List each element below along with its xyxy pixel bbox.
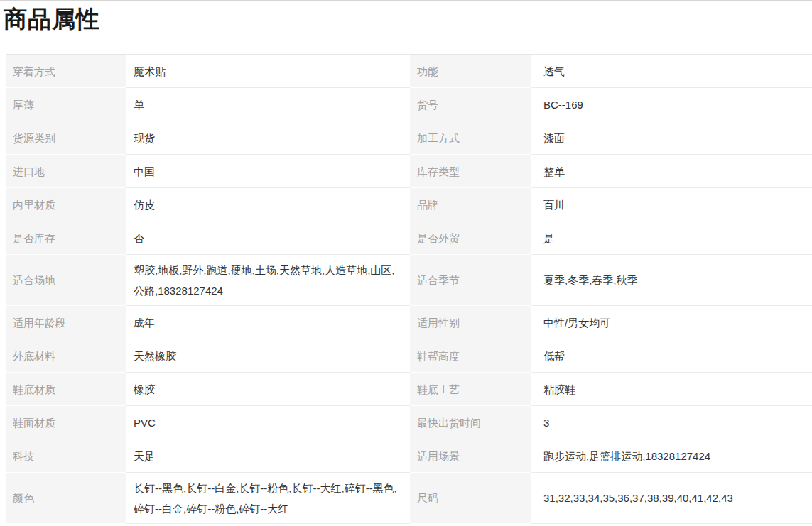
attr-value: 漆面 [531, 121, 812, 155]
attr-label: 最快出货时间 [410, 406, 531, 439]
attr-label: 尺码 [410, 473, 531, 524]
attr-label: 穿着方式 [6, 55, 126, 88]
attr-label: 适合季节 [410, 255, 531, 306]
attr-label: 加工方式 [410, 121, 531, 155]
attr-row: 适合场地塑胶,地板,野外,跑道,硬地,土场,天然草地,人造草地,山区,公路,18… [6, 255, 812, 306]
attr-row: 颜色长钉--黑色,长钉--白金,长钉--粉色,长钉--大红,碎钉--黑色,碎钉-… [6, 473, 812, 524]
attr-value: 橡胶 [126, 373, 410, 406]
attr-value: 中性/男女均可 [531, 306, 812, 339]
attr-row: 科技天足适用场景跑步运动,足篮排运动,18328127424 [6, 439, 812, 473]
attr-value: 跑步运动,足篮排运动,18328127424 [531, 439, 812, 473]
attr-value: 中国 [126, 155, 410, 188]
attr-value: 百川 [531, 188, 812, 221]
attr-label: 科技 [6, 439, 126, 473]
attr-value: PVC [126, 406, 410, 439]
attr-value: 长钉--黑色,长钉--白金,长钉--粉色,长钉--大红,碎钉--黑色,碎钉--白… [126, 473, 410, 524]
attr-label: 外底材料 [6, 339, 126, 373]
attr-row: 货源类别现货加工方式漆面 [6, 121, 812, 155]
attr-label: 鞋面材质 [6, 406, 126, 439]
attr-value: 夏季,冬季,春季,秋季 [531, 255, 812, 306]
attr-row: 鞋底材质橡胶鞋底工艺粘胶鞋 [6, 373, 812, 406]
attr-label: 适用场景 [410, 439, 531, 473]
attr-row: 进口地中国库存类型整单 [6, 155, 812, 188]
attr-row: 适用年龄段成年适用性别中性/男女均可 [6, 306, 812, 339]
attr-row: 内里材质仿皮品牌百川 [6, 188, 812, 221]
attr-label: 是否库存 [6, 221, 126, 255]
attr-value: 3 [531, 406, 812, 439]
attr-value: 粘胶鞋 [531, 373, 812, 406]
attr-row: 鞋面材质PVC最快出货时间3 [6, 406, 812, 439]
attr-label: 鞋底材质 [6, 373, 126, 406]
attr-label: 库存类型 [410, 155, 531, 188]
attr-label: 货源类别 [6, 121, 126, 155]
attr-value: 低帮 [531, 339, 812, 373]
attr-value: 现货 [126, 121, 410, 155]
attr-value: 天然橡胶 [126, 339, 410, 373]
attr-label: 内里材质 [6, 188, 126, 221]
attr-row: 外底材料天然橡胶鞋帮高度低帮 [6, 339, 812, 373]
attr-label: 颜色 [6, 473, 126, 524]
attr-row: 厚薄单货号BC--169 [6, 88, 812, 121]
attr-row: 是否库存否是否外贸是 [6, 221, 812, 255]
attr-value: 成年 [126, 306, 410, 339]
product-attributes-table: 穿着方式魔术贴功能透气厚薄单货号BC--169货源类别现货加工方式漆面进口地中国… [6, 54, 812, 524]
attr-label: 是否外贸 [410, 221, 531, 255]
attr-value: 魔术贴 [126, 55, 410, 88]
attr-label: 鞋帮高度 [410, 339, 531, 373]
attributes-table-body: 穿着方式魔术贴功能透气厚薄单货号BC--169货源类别现货加工方式漆面进口地中国… [6, 55, 812, 524]
attr-value: 31,32,33,34,35,36,37,38,39,40,41,42,43 [531, 473, 812, 524]
page-title: 商品属性 [4, 5, 812, 33]
attr-row: 穿着方式魔术贴功能透气 [6, 55, 812, 88]
attr-label: 进口地 [6, 155, 126, 188]
attr-label: 适合场地 [6, 255, 126, 306]
attr-value: 否 [126, 221, 410, 255]
attr-label: 厚薄 [6, 88, 126, 121]
attr-label: 品牌 [410, 188, 531, 221]
attr-label: 鞋底工艺 [410, 373, 531, 406]
attr-label: 货号 [410, 88, 531, 121]
attr-value: 是 [531, 221, 812, 255]
attr-value: 整单 [531, 155, 812, 188]
attr-label: 适用性别 [410, 306, 531, 339]
attr-value: 天足 [126, 439, 410, 473]
attr-value: 透气 [531, 55, 812, 88]
attr-value: 仿皮 [126, 188, 410, 221]
attr-value: 塑胶,地板,野外,跑道,硬地,土场,天然草地,人造草地,山区,公路,183281… [126, 255, 410, 306]
attr-value: BC--169 [531, 88, 812, 121]
attr-label: 适用年龄段 [6, 306, 126, 339]
attr-label: 功能 [410, 55, 531, 88]
attr-value: 单 [126, 88, 410, 121]
top-edge-divider [0, 0, 812, 1]
